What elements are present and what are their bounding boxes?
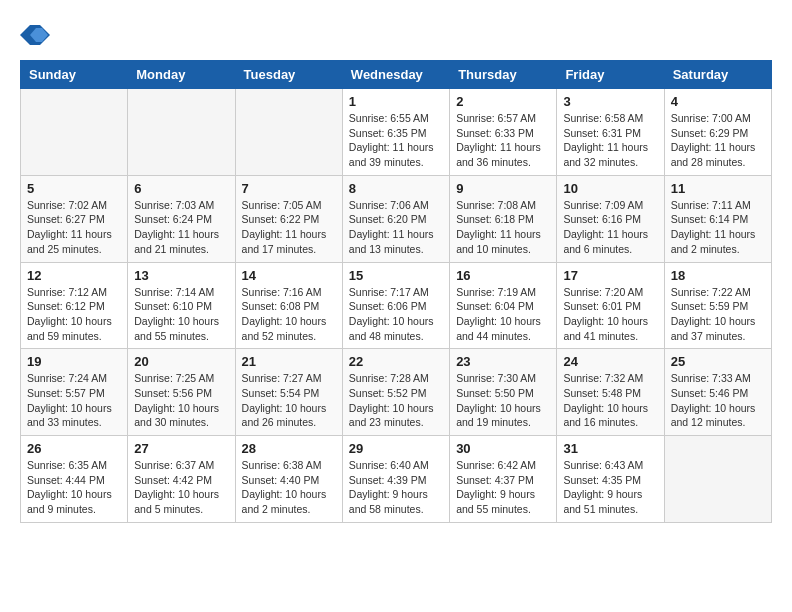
- calendar-week-row: 12Sunrise: 7:12 AM Sunset: 6:12 PM Dayli…: [21, 262, 772, 349]
- day-info: Sunrise: 6:35 AM Sunset: 4:44 PM Dayligh…: [27, 458, 121, 517]
- calendar-cell: 16Sunrise: 7:19 AM Sunset: 6:04 PM Dayli…: [450, 262, 557, 349]
- day-info: Sunrise: 7:12 AM Sunset: 6:12 PM Dayligh…: [27, 285, 121, 344]
- day-number: 21: [242, 354, 336, 369]
- calendar-cell: 25Sunrise: 7:33 AM Sunset: 5:46 PM Dayli…: [664, 349, 771, 436]
- calendar-cell: 4Sunrise: 7:00 AM Sunset: 6:29 PM Daylig…: [664, 89, 771, 176]
- calendar-cell: 28Sunrise: 6:38 AM Sunset: 4:40 PM Dayli…: [235, 436, 342, 523]
- day-info: Sunrise: 6:57 AM Sunset: 6:33 PM Dayligh…: [456, 111, 550, 170]
- day-info: Sunrise: 7:30 AM Sunset: 5:50 PM Dayligh…: [456, 371, 550, 430]
- day-info: Sunrise: 6:55 AM Sunset: 6:35 PM Dayligh…: [349, 111, 443, 170]
- day-number: 1: [349, 94, 443, 109]
- calendar-cell: 7Sunrise: 7:05 AM Sunset: 6:22 PM Daylig…: [235, 175, 342, 262]
- day-number: 25: [671, 354, 765, 369]
- day-info: Sunrise: 7:02 AM Sunset: 6:27 PM Dayligh…: [27, 198, 121, 257]
- calendar-cell: 3Sunrise: 6:58 AM Sunset: 6:31 PM Daylig…: [557, 89, 664, 176]
- logo: [20, 20, 54, 50]
- day-info: Sunrise: 7:24 AM Sunset: 5:57 PM Dayligh…: [27, 371, 121, 430]
- day-info: Sunrise: 7:32 AM Sunset: 5:48 PM Dayligh…: [563, 371, 657, 430]
- day-info: Sunrise: 7:28 AM Sunset: 5:52 PM Dayligh…: [349, 371, 443, 430]
- logo-icon: [20, 20, 50, 50]
- calendar-cell: 9Sunrise: 7:08 AM Sunset: 6:18 PM Daylig…: [450, 175, 557, 262]
- day-info: Sunrise: 6:37 AM Sunset: 4:42 PM Dayligh…: [134, 458, 228, 517]
- day-number: 31: [563, 441, 657, 456]
- calendar-cell: 1Sunrise: 6:55 AM Sunset: 6:35 PM Daylig…: [342, 89, 449, 176]
- calendar-cell: 22Sunrise: 7:28 AM Sunset: 5:52 PM Dayli…: [342, 349, 449, 436]
- day-info: Sunrise: 6:38 AM Sunset: 4:40 PM Dayligh…: [242, 458, 336, 517]
- weekday-header-thursday: Thursday: [450, 61, 557, 89]
- weekday-header-saturday: Saturday: [664, 61, 771, 89]
- page-header: [20, 20, 772, 50]
- calendar-week-row: 19Sunrise: 7:24 AM Sunset: 5:57 PM Dayli…: [21, 349, 772, 436]
- day-number: 15: [349, 268, 443, 283]
- day-number: 22: [349, 354, 443, 369]
- day-number: 2: [456, 94, 550, 109]
- calendar-cell: 8Sunrise: 7:06 AM Sunset: 6:20 PM Daylig…: [342, 175, 449, 262]
- day-info: Sunrise: 7:09 AM Sunset: 6:16 PM Dayligh…: [563, 198, 657, 257]
- calendar-week-row: 1Sunrise: 6:55 AM Sunset: 6:35 PM Daylig…: [21, 89, 772, 176]
- day-info: Sunrise: 7:03 AM Sunset: 6:24 PM Dayligh…: [134, 198, 228, 257]
- day-info: Sunrise: 6:40 AM Sunset: 4:39 PM Dayligh…: [349, 458, 443, 517]
- calendar-cell: [21, 89, 128, 176]
- calendar-cell: [128, 89, 235, 176]
- calendar-cell: 11Sunrise: 7:11 AM Sunset: 6:14 PM Dayli…: [664, 175, 771, 262]
- day-number: 11: [671, 181, 765, 196]
- calendar-cell: [235, 89, 342, 176]
- weekday-header-wednesday: Wednesday: [342, 61, 449, 89]
- day-info: Sunrise: 7:08 AM Sunset: 6:18 PM Dayligh…: [456, 198, 550, 257]
- calendar-cell: 20Sunrise: 7:25 AM Sunset: 5:56 PM Dayli…: [128, 349, 235, 436]
- calendar-cell: [664, 436, 771, 523]
- day-number: 26: [27, 441, 121, 456]
- day-info: Sunrise: 7:16 AM Sunset: 6:08 PM Dayligh…: [242, 285, 336, 344]
- day-info: Sunrise: 6:58 AM Sunset: 6:31 PM Dayligh…: [563, 111, 657, 170]
- day-number: 28: [242, 441, 336, 456]
- day-number: 14: [242, 268, 336, 283]
- day-number: 27: [134, 441, 228, 456]
- calendar-cell: 17Sunrise: 7:20 AM Sunset: 6:01 PM Dayli…: [557, 262, 664, 349]
- calendar-cell: 15Sunrise: 7:17 AM Sunset: 6:06 PM Dayli…: [342, 262, 449, 349]
- day-number: 5: [27, 181, 121, 196]
- day-info: Sunrise: 7:22 AM Sunset: 5:59 PM Dayligh…: [671, 285, 765, 344]
- calendar-cell: 26Sunrise: 6:35 AM Sunset: 4:44 PM Dayli…: [21, 436, 128, 523]
- calendar-cell: 10Sunrise: 7:09 AM Sunset: 6:16 PM Dayli…: [557, 175, 664, 262]
- calendar-cell: 2Sunrise: 6:57 AM Sunset: 6:33 PM Daylig…: [450, 89, 557, 176]
- day-number: 18: [671, 268, 765, 283]
- day-number: 4: [671, 94, 765, 109]
- day-info: Sunrise: 7:33 AM Sunset: 5:46 PM Dayligh…: [671, 371, 765, 430]
- day-number: 6: [134, 181, 228, 196]
- calendar-cell: 14Sunrise: 7:16 AM Sunset: 6:08 PM Dayli…: [235, 262, 342, 349]
- day-number: 23: [456, 354, 550, 369]
- weekday-header-row: SundayMondayTuesdayWednesdayThursdayFrid…: [21, 61, 772, 89]
- day-info: Sunrise: 7:17 AM Sunset: 6:06 PM Dayligh…: [349, 285, 443, 344]
- calendar-cell: 13Sunrise: 7:14 AM Sunset: 6:10 PM Dayli…: [128, 262, 235, 349]
- weekday-header-friday: Friday: [557, 61, 664, 89]
- day-number: 16: [456, 268, 550, 283]
- calendar-cell: 21Sunrise: 7:27 AM Sunset: 5:54 PM Dayli…: [235, 349, 342, 436]
- weekday-header-monday: Monday: [128, 61, 235, 89]
- day-info: Sunrise: 6:43 AM Sunset: 4:35 PM Dayligh…: [563, 458, 657, 517]
- day-info: Sunrise: 7:14 AM Sunset: 6:10 PM Dayligh…: [134, 285, 228, 344]
- day-number: 19: [27, 354, 121, 369]
- day-number: 29: [349, 441, 443, 456]
- calendar-week-row: 5Sunrise: 7:02 AM Sunset: 6:27 PM Daylig…: [21, 175, 772, 262]
- day-info: Sunrise: 7:00 AM Sunset: 6:29 PM Dayligh…: [671, 111, 765, 170]
- calendar-week-row: 26Sunrise: 6:35 AM Sunset: 4:44 PM Dayli…: [21, 436, 772, 523]
- day-number: 13: [134, 268, 228, 283]
- day-number: 9: [456, 181, 550, 196]
- day-number: 30: [456, 441, 550, 456]
- day-number: 24: [563, 354, 657, 369]
- day-number: 10: [563, 181, 657, 196]
- day-info: Sunrise: 7:25 AM Sunset: 5:56 PM Dayligh…: [134, 371, 228, 430]
- calendar-cell: 6Sunrise: 7:03 AM Sunset: 6:24 PM Daylig…: [128, 175, 235, 262]
- day-info: Sunrise: 7:20 AM Sunset: 6:01 PM Dayligh…: [563, 285, 657, 344]
- day-number: 12: [27, 268, 121, 283]
- calendar-cell: 24Sunrise: 7:32 AM Sunset: 5:48 PM Dayli…: [557, 349, 664, 436]
- calendar-cell: 30Sunrise: 6:42 AM Sunset: 4:37 PM Dayli…: [450, 436, 557, 523]
- weekday-header-tuesday: Tuesday: [235, 61, 342, 89]
- day-number: 8: [349, 181, 443, 196]
- day-info: Sunrise: 7:27 AM Sunset: 5:54 PM Dayligh…: [242, 371, 336, 430]
- day-info: Sunrise: 7:11 AM Sunset: 6:14 PM Dayligh…: [671, 198, 765, 257]
- calendar-cell: 19Sunrise: 7:24 AM Sunset: 5:57 PM Dayli…: [21, 349, 128, 436]
- day-number: 20: [134, 354, 228, 369]
- calendar-cell: 5Sunrise: 7:02 AM Sunset: 6:27 PM Daylig…: [21, 175, 128, 262]
- day-info: Sunrise: 7:06 AM Sunset: 6:20 PM Dayligh…: [349, 198, 443, 257]
